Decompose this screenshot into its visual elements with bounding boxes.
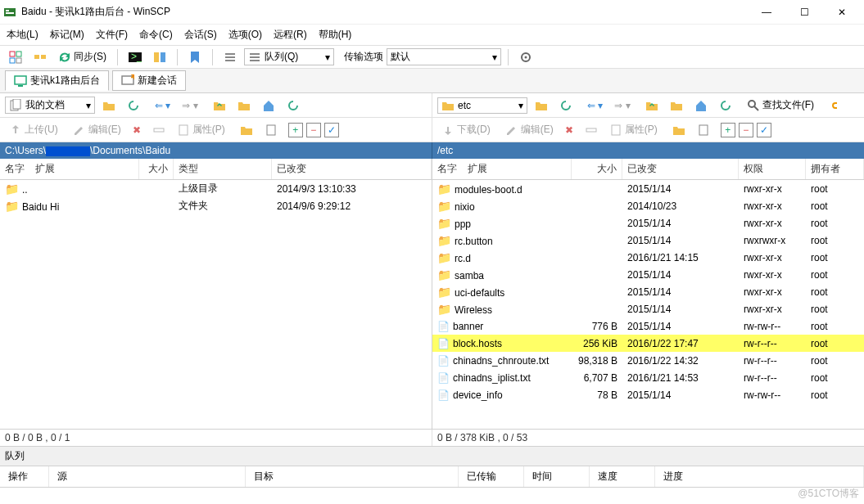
table-row[interactable]: 📁ppp2015/1/14rwxr-xr-xroot — [432, 214, 864, 232]
queue-combo[interactable]: 队列(Q) ▾ — [244, 48, 334, 65]
col-type[interactable]: 类型 — [174, 159, 272, 179]
gear-button[interactable] — [515, 48, 536, 66]
col-owner[interactable]: 拥有者 — [806, 159, 864, 179]
minus-button[interactable]: − — [306, 123, 321, 137]
edit-button[interactable]: 编辑(E) — [69, 120, 125, 139]
table-row[interactable]: 📄chinadns_chnroute.txt98,318 B2016/1/22 … — [432, 352, 864, 369]
queue-col-done[interactable]: 已传输 — [459, 466, 524, 487]
col-mod[interactable]: 已改变 — [622, 159, 739, 179]
parent-folder-button[interactable] — [209, 97, 230, 115]
queue-col-prog[interactable]: 进度 — [655, 466, 864, 487]
remote-file-list[interactable]: 📁modules-boot.d2015/1/14rwxr-xr-xroot📁ni… — [432, 180, 864, 429]
table-row[interactable]: 📄banner776 B2015/1/14rw-rw-r--root — [432, 317, 864, 335]
root-folder-button[interactable] — [233, 97, 255, 115]
delete-button[interactable]: ✖ — [129, 122, 145, 138]
refresh-button[interactable] — [715, 97, 736, 115]
sync-folders-button[interactable] — [29, 48, 51, 66]
check-button[interactable]: ✓ — [324, 123, 339, 137]
home-button[interactable] — [690, 97, 712, 115]
table-row[interactable]: 📁nixio2014/10/23rwxr-xr-xroot — [432, 197, 864, 214]
table-row[interactable]: 📁modules-boot.d2015/1/14rwxr-xr-xroot — [432, 180, 864, 197]
minus-button[interactable]: − — [739, 123, 753, 137]
table-row[interactable]: 📁Wireless2015/1/14rwxr-xr-xroot — [432, 300, 864, 317]
col-size[interactable]: 大小 — [572, 159, 622, 179]
new-folder-button[interactable] — [236, 121, 257, 139]
new-session-tab[interactable]: ✱ 新建会话 — [112, 70, 186, 91]
menu-local[interactable]: 本地(L) — [7, 28, 38, 42]
properties-button[interactable]: 属性(P) — [173, 120, 229, 139]
local-file-list[interactable]: 📁..上级目录2014/9/3 13:10:33📁Baidu Hi文件夹2014… — [0, 180, 432, 429]
open-folder-button[interactable] — [531, 97, 552, 115]
sync-button[interactable]: 同步(S) — [54, 47, 111, 66]
table-row[interactable]: 📁rc.d2016/1/21 14:15rwxr-xr-xroot — [432, 249, 864, 266]
plus-button[interactable]: + — [288, 123, 303, 137]
col-name[interactable]: 名字 扩展 — [432, 159, 572, 179]
grid-button[interactable] — [5, 48, 26, 66]
queue-list-button[interactable] — [219, 48, 241, 66]
back-button[interactable]: ⇐ ▾ — [583, 97, 607, 114]
queue-col-source[interactable]: 源 — [49, 466, 246, 487]
sync-browse-button[interactable] — [123, 97, 144, 115]
queue-col-target[interactable]: 目标 — [246, 466, 459, 487]
forward-button[interactable]: ⇒ ▾ — [178, 97, 201, 114]
rename-button[interactable] — [148, 121, 170, 139]
transfer-default-combo[interactable]: 默认 ▾ — [387, 48, 501, 65]
menu-help[interactable]: 帮助(H) — [319, 28, 352, 42]
download-button[interactable]: 下载(D) — [437, 120, 495, 139]
parent-folder-button[interactable] — [641, 97, 663, 115]
queue-col-op[interactable]: 操作 — [0, 466, 49, 487]
col-mod[interactable]: 已改变 — [272, 159, 432, 179]
open-folder-button[interactable] — [98, 97, 120, 115]
rename-button[interactable] — [581, 121, 602, 139]
table-row[interactable]: 📁Baidu Hi文件夹2014/9/6 9:29:12 — [0, 197, 432, 214]
upload-button[interactable]: 上传(U) — [5, 120, 62, 139]
queue-col-speed[interactable]: 速度 — [590, 466, 655, 487]
col-perm[interactable]: 权限 — [739, 159, 806, 179]
sync-browse-button[interactable] — [555, 97, 577, 115]
menu-mark[interactable]: 标记(M) — [50, 28, 84, 42]
new-folder-button[interactable] — [668, 121, 690, 139]
local-path[interactable]: C:\Users\\Documents\Baidu — [0, 142, 432, 159]
root-folder-button[interactable] — [666, 97, 687, 115]
session-tab-active[interactable]: 斐讯k1路由后台 — [5, 70, 109, 91]
delete-button[interactable]: ✖ — [561, 122, 577, 138]
compare-button[interactable] — [149, 48, 170, 66]
queue-body[interactable] — [0, 488, 864, 504]
menu-file[interactable]: 文件(F) — [96, 28, 128, 42]
menu-remote[interactable]: 远程(R) — [274, 28, 307, 42]
link-button[interactable] — [825, 97, 846, 115]
window-maximize-button[interactable]: ☐ — [785, 0, 823, 25]
home-button[interactable] — [258, 97, 279, 115]
table-row[interactable]: 📄chinadns_iplist.txt6,707 B2016/1/21 14:… — [432, 369, 864, 386]
table-row[interactable]: 📁rc.button2015/1/14rwxrwxr-xroot — [432, 232, 864, 249]
check-button[interactable]: ✓ — [757, 123, 771, 137]
col-name[interactable]: 名字 扩展 — [0, 159, 139, 179]
table-row[interactable]: 📄device_info78 B2015/1/14rw-rw-r--root — [432, 386, 864, 403]
table-row[interactable]: 📁samba2015/1/14rwxr-xr-xroot — [432, 266, 864, 283]
plus-button[interactable]: + — [721, 123, 735, 137]
edit-button[interactable]: 编辑(E) — [501, 120, 558, 139]
menu-session[interactable]: 会话(S) — [184, 28, 217, 42]
menu-option[interactable]: 选项(O) — [228, 28, 262, 42]
window-minimize-button[interactable]: — — [748, 0, 785, 25]
table-row[interactable]: 📄block.hosts256 KiB2016/1/22 17:47rw-r--… — [432, 335, 864, 352]
table-row[interactable]: 📁uci-defaults2015/1/14rwxr-xr-xroot — [432, 283, 864, 300]
new-file-button[interactable] — [693, 121, 714, 139]
queue-col-time[interactable]: 时间 — [524, 466, 590, 487]
bookmark-button[interactable] — [184, 48, 206, 66]
remote-drive-combo[interactable]: etc ▾ — [437, 97, 527, 114]
queue-header[interactable]: 队列 — [0, 446, 864, 466]
window-close-button[interactable]: ✕ — [823, 0, 861, 25]
back-button[interactable]: ⇐ ▾ — [151, 97, 174, 114]
local-drive-combo[interactable]: 我的文档 ▾ — [5, 97, 95, 114]
table-row[interactable]: 📁..上级目录2014/9/3 13:10:33 — [0, 180, 432, 197]
find-files-button[interactable]: 查找文件(F) — [743, 96, 818, 115]
new-file-button[interactable] — [260, 121, 282, 139]
forward-button[interactable]: ⇒ ▾ — [610, 97, 634, 114]
menu-command[interactable]: 命令(C) — [139, 28, 173, 42]
properties-button[interactable]: 属性(P) — [605, 120, 662, 139]
refresh-button[interactable] — [283, 97, 304, 115]
remote-path[interactable]: /etc — [432, 142, 864, 159]
col-size[interactable]: 大小 — [139, 159, 174, 179]
console-button[interactable]: >_ — [124, 48, 146, 66]
